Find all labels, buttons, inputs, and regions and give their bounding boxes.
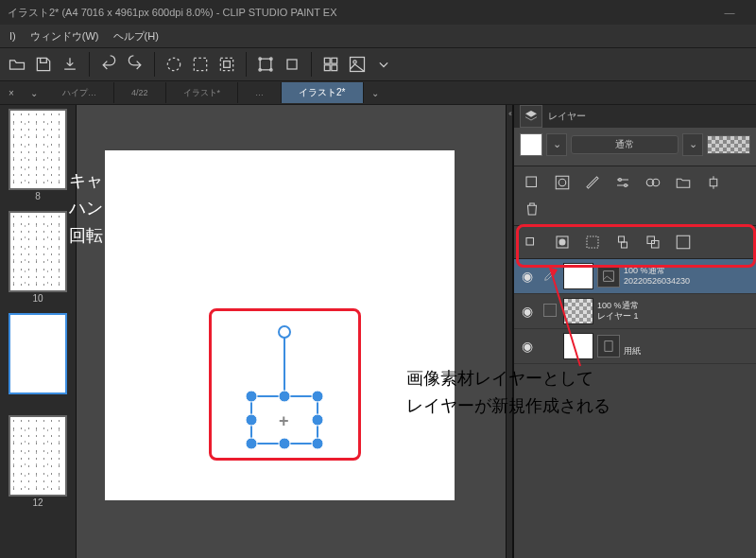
svg-rect-34 [526,238,534,246]
export-icon[interactable] [57,51,83,78]
svg-point-36 [559,239,565,245]
svg-rect-27 [526,177,537,187]
dropdown-arrow-icon[interactable] [370,51,397,78]
svg-point-24 [246,438,257,449]
new-layer-icon[interactable] [520,172,544,193]
svg-rect-43 [604,271,614,282]
page-thumb-current[interactable] [9,313,67,394]
selection-rect-icon[interactable] [187,51,214,78]
svg-point-29 [558,179,566,186]
svg-rect-39 [622,242,627,248]
visibility-icon[interactable]: ◉ [518,339,537,354]
svg-rect-41 [652,241,660,249]
visibility-icon[interactable]: ◉ [518,304,537,319]
svg-rect-1 [194,58,206,70]
tab-collapse-icon[interactable]: ⌄ [23,88,45,98]
tab-2[interactable]: イラスト* [166,82,239,103]
annotation-layer-text: 画像素材レイヤーとして レイヤーが新規作成される [406,365,610,420]
svg-point-23 [312,414,323,426]
lock-icon[interactable] [520,232,544,253]
svg-rect-40 [647,236,655,244]
svg-point-15 [353,61,356,63]
tab-1[interactable]: 4/22 [114,82,166,103]
tab-active[interactable]: イラスト2* [282,82,363,103]
layer-mode-box-icon[interactable] [541,304,559,319]
combine-icon[interactable] [641,232,665,253]
svg-rect-44 [605,341,612,352]
svg-rect-13 [332,65,337,71]
adjust-icon[interactable] [610,172,635,193]
svg-point-18 [279,326,290,338]
svg-rect-10 [324,58,330,63]
clip-icon[interactable] [641,172,665,193]
redo-icon[interactable] [122,51,148,78]
svg-rect-28 [556,176,569,189]
menu-help[interactable]: ヘルプ(H) [108,30,164,42]
minimize-button[interactable]: — [711,7,748,18]
svg-rect-4 [260,59,271,70]
open-icon[interactable] [4,51,30,78]
layer-color-swatch[interactable] [520,133,542,156]
palette-icon[interactable] [671,232,696,253]
svg-point-21 [312,391,323,402]
tab-3[interactable]: … [238,82,282,103]
svg-rect-12 [324,65,330,71]
svg-rect-2 [220,58,232,70]
svg-point-25 [279,438,290,449]
document-tabs: × ⌄ ハイプ… 4/22 イラスト* … イラスト2* ⌄ [0,81,756,105]
draft-icon[interactable] [580,232,605,253]
svg-point-22 [246,414,257,426]
panel-splitter[interactable] [506,105,513,558]
layer-row[interactable]: ◉ 用紙 [514,329,756,364]
image-material-badge-icon [597,265,620,288]
reference-icon[interactable] [550,232,575,253]
svg-rect-38 [619,236,625,242]
tab-0[interactable]: ハイプ… [45,82,114,103]
menu-bar: I) ウィンドウ(W) ヘルプ(H) [0,25,756,48]
ruler-icon[interactable] [580,172,605,193]
shrink-selection-icon[interactable] [214,51,240,78]
tab-scroll-icon[interactable]: ⌄ [364,88,387,98]
layer-mode-pen-icon[interactable] [541,268,559,285]
page-thumb[interactable]: 8 [9,109,67,190]
crop-icon[interactable] [279,51,305,78]
layer-thumbnail [563,333,593,359]
transform-icon[interactable] [252,51,279,78]
annotation-canvas-text: キャンバスに画像が張り付く ハンドルをドラッグして 回転・拡大縮小が可能 [69,167,290,249]
layer-label: 用紙 [624,336,752,357]
page-thumb[interactable]: 10 [9,211,67,292]
folder-icon[interactable] [671,172,696,193]
main-toolbar [0,48,756,81]
visibility-icon[interactable]: ◉ [518,269,537,284]
layer-row-selected[interactable]: ◉ 100 %通常 20220526034230 [514,259,756,294]
layer-row[interactable]: ◉ 100 %通常 レイヤー 1 [514,294,756,329]
svg-rect-9 [287,60,297,69]
svg-rect-37 [587,236,598,248]
undo-icon[interactable] [95,51,122,78]
marquee-dashed-icon[interactable] [161,51,187,78]
menu-i[interactable]: I) [4,30,22,42]
canvas-area[interactable]: + キャンバスに画像が張り付く ハンドルをドラッグして 回転・拡大縮小が可能 [77,105,506,558]
delete-icon[interactable] [520,199,544,219]
page-thumb[interactable]: 12 [9,415,67,497]
blend-mode-select[interactable]: 通常 [571,135,679,154]
svg-rect-42 [677,235,690,249]
transform-handles[interactable] [242,323,327,455]
blend-dropdown[interactable]: ⌄ [682,133,703,156]
save-icon[interactable] [30,51,57,78]
link-icon[interactable] [610,232,635,253]
side-panels: レイヤー ⌄ 通常 ⌄ [513,105,756,558]
close-tab-button[interactable]: × [0,88,23,98]
mask-icon[interactable] [550,172,575,193]
layer-panel-label: レイヤー [548,110,586,123]
title-bar: イラスト2* (A4 7016 x 4961px 600dpi 8.0%) - … [0,0,756,25]
grid-icon[interactable] [318,51,344,78]
layer-toolbar-2 [514,226,756,259]
swatch-dropdown[interactable]: ⌄ [546,133,567,156]
layer-panel-tab[interactable]: レイヤー [514,105,756,128]
menu-window[interactable]: ウィンドウ(W) [25,30,105,42]
material-icon[interactable] [344,51,370,78]
paper-badge-icon [597,335,620,357]
svg-rect-3 [224,61,231,68]
transfer-icon[interactable] [701,172,726,193]
